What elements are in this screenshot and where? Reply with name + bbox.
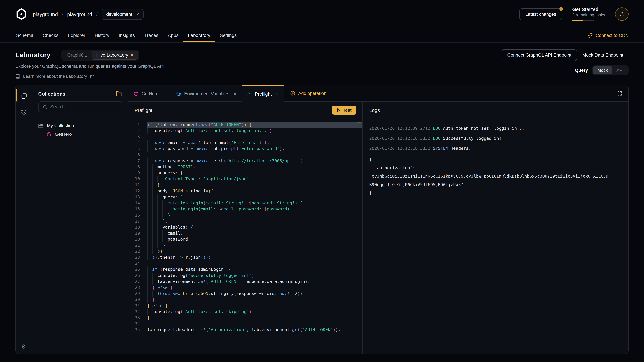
code-line[interactable]: 19email, [128,230,362,236]
code-line[interactable]: 21} [128,242,362,248]
line-number: 15 [128,206,147,212]
top-header: playground / playground / development La… [0,0,644,28]
logs-output[interactable]: 2026-01-26T12:12:09.271Z LOG Auth token … [362,119,628,354]
code-line[interactable]: 33} [128,315,362,321]
settings-gear-button[interactable]: ⚙ [16,343,32,350]
test-button[interactable]: Test [332,106,356,115]
code-line[interactable]: 14mutation Login($email: String!, $passw… [128,200,362,206]
mode-mock[interactable]: Mock [593,66,612,74]
nav-tab-explorer[interactable]: Explorer [63,28,90,42]
code-line[interactable]: 20password [128,236,362,242]
get-started-widget[interactable]: Get Started 3 remaining tasks [572,7,605,21]
toggle-hive-laboratory[interactable]: Hive Laboratory [92,50,138,59]
code-line[interactable]: 16} [128,212,362,218]
editor-scrollbar-thumb[interactable] [357,122,361,123]
code-line[interactable]: 25if (response.data.adminLogin) { [128,267,362,273]
code-line-content: body: JSON.stringify({ [147,188,362,194]
fullscreen-button[interactable] [611,85,628,101]
target-select-value: development [106,11,132,16]
rail-active-indicator [16,89,17,102]
line-number: 29 [128,291,147,297]
code-line[interactable]: 11}, [128,182,362,188]
line-number: 23 [128,254,147,260]
code-editor[interactable]: 1if (!lab.environment.get("AUTH_TOKEN"))… [128,119,362,354]
code-line[interactable]: 5const password = await lab.prompt('Ente… [128,146,362,152]
new-folder-button[interactable] [116,91,122,96]
code-line[interactable]: 34 [128,321,362,327]
code-line[interactable]: 4const email = await lab.prompt('Enter e… [128,140,362,146]
close-tab-icon[interactable]: × [276,91,279,96]
close-tab-icon[interactable]: × [234,91,236,96]
close-tab-icon[interactable]: × [163,91,166,96]
code-line[interactable]: 27lab.environment.set("AUTH_TOKEN", resp… [128,279,362,285]
code-line[interactable]: 31} else { [128,303,362,309]
page-title: Laboratory [16,51,50,59]
code-line[interactable]: 12body: JSON.stringify({ [128,188,362,194]
code-line[interactable]: 35lab.request.headers.set('Authorization… [128,327,362,333]
connect-endpoint-button[interactable]: Connect GraphQL API Endpoint [502,49,577,61]
learn-more-link[interactable]: Learn more about the Laboratory [16,74,502,79]
code-line[interactable]: 26console.log('Successfully logged in!') [128,273,362,279]
code-line[interactable]: 6 [128,152,362,158]
code-line-content: `, [147,218,362,224]
code-line[interactable]: 17`, [128,218,362,224]
code-line[interactable]: 7const response = await fetch("http://lo… [128,158,362,164]
collections-search-input[interactable]: Search... [38,101,122,112]
history-rail-button[interactable] [17,105,30,119]
collections-rail-button[interactable] [17,89,30,103]
code-line-content: adminLogin(email: $email, password: $pas… [147,206,362,212]
code-line[interactable]: 29throw new Error(JSON.stringify(respons… [128,291,362,297]
code-line[interactable]: 24 [128,260,362,267]
mode-api[interactable]: API [612,66,628,74]
toggle-graphiql[interactable]: GraphiQL [62,50,92,59]
target-select[interactable]: development [102,8,144,19]
plus-circle-icon [290,90,296,96]
laboratory-header-left: Laboratory GraphiQL Hive Laboratory Expl… [16,49,502,79]
code-line[interactable]: 32console.log('Auth token set, skipping'… [128,309,362,315]
code-line[interactable]: 8method: "POST", [128,164,362,170]
nav-tab-apps[interactable]: Apps [163,28,183,42]
script-icon [247,91,252,96]
laboratory-header: Laboratory GraphiQL Hive Laboratory Expl… [0,42,644,79]
collection-folder-my-collection[interactable]: My Collection [38,123,122,128]
code-line[interactable]: 2console.log('Auth token not set, loggin… [128,128,362,134]
code-line[interactable]: 1if (!lab.environment.get("AUTH_TOKEN"))… [128,122,362,128]
workspace: GetHero×Environment Variables×Preflight×… [128,85,628,354]
nav-tab-insights[interactable]: Insights [114,28,140,42]
user-avatar[interactable] [615,7,628,21]
tab-gethero[interactable]: GetHero× [128,85,171,101]
tab-preflight[interactable]: Preflight× [242,85,284,102]
code-line[interactable]: 28} else { [128,285,362,291]
code-line[interactable]: 23}).then(r => r.json()); [128,254,362,260]
mock-endpoint-button[interactable]: Mock Data Endpoint [577,50,628,61]
nav-tab-checks[interactable]: Checks [38,28,63,42]
breadcrumb-project[interactable]: playground [67,11,92,17]
code-line[interactable]: 13query: ` [128,194,362,200]
add-operation-button[interactable]: Add operation [284,85,332,101]
latest-changes-label: Latest changes [526,11,556,16]
breadcrumb-org[interactable]: playground [33,11,58,17]
code-line[interactable]: 22}) [128,248,362,254]
code-line-content: } [147,297,362,303]
code-line[interactable]: 9headers: { [128,170,362,176]
nav-tab-settings[interactable]: Settings [215,28,241,42]
code-line[interactable]: 15adminLogin(email: $email, password: $p… [128,206,362,212]
nav-tab-laboratory[interactable]: Laboratory [183,28,215,42]
nav-tab-schema[interactable]: Schema [12,28,38,42]
laboratory-panel: ⚙ Collections Search... [16,85,628,354]
line-number: 8 [128,164,147,170]
tab-environment-variables[interactable]: Environment Variables× [171,85,242,101]
line-number: 25 [128,267,147,273]
code-line[interactable]: 10'Content-Type': 'application/json' [128,176,362,182]
nav-tab-traces[interactable]: Traces [140,28,163,42]
code-line[interactable]: 3 [128,134,362,140]
nav-tab-history[interactable]: History [90,28,114,42]
connect-to-cdn-link[interactable]: Connect to CDN [584,28,632,42]
hive-logo-icon[interactable] [16,8,28,20]
get-started-subtitle: 3 remaining tasks [572,13,605,17]
latest-changes-button[interactable]: Latest changes [520,8,562,20]
code-line-content: lab.request.headers.set('Authorization',… [147,327,362,333]
code-line[interactable]: 18variables: { [128,224,362,230]
code-line[interactable]: 30} [128,297,362,303]
collection-operation-gethero[interactable]: GetHero [46,129,122,137]
